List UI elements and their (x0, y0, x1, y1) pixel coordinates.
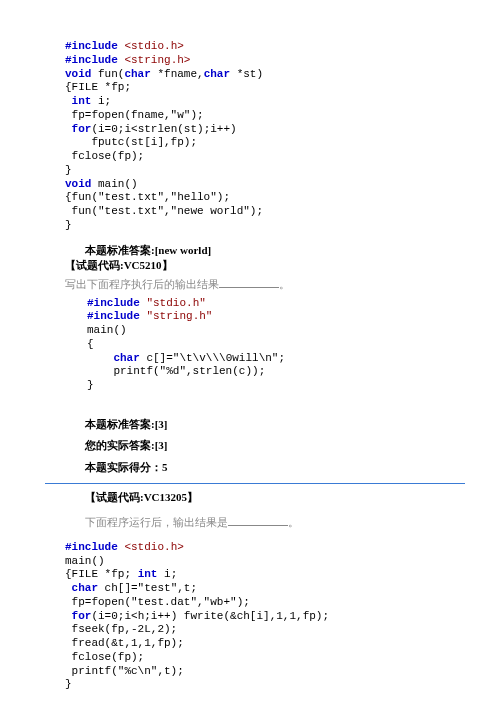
divider (45, 483, 465, 484)
code-line: main() (65, 555, 445, 569)
prompt-text: 下面程序运行后，输出结果是 (85, 516, 228, 528)
prompt-text: 写出下面程序执行后的输出结果 (65, 278, 219, 290)
label: 您的实际答案: (85, 439, 155, 451)
q2-score: 本题实际得分：5 (85, 460, 445, 475)
code-line: void main() (65, 178, 445, 192)
value: [new world] (155, 244, 212, 256)
value: 5 (162, 461, 168, 473)
code-line: #include <stdio.h> (65, 40, 445, 54)
code-line: fclose(fp); (65, 651, 445, 665)
document-page: #include <stdio.h>#include <string.h>voi… (0, 0, 500, 707)
code-line: int i; (65, 95, 445, 109)
code-line: {fun("test.txt","hello"); (65, 191, 445, 205)
code-line: fp=fopen(fname,"w"); (65, 109, 445, 123)
q3-prompt: 下面程序运行后，输出结果是。 (65, 515, 445, 530)
code-line: #include "string.h" (87, 310, 445, 324)
prompt-suffix: 。 (279, 278, 290, 290)
code-line: printf("%d",strlen(c)); (87, 365, 445, 379)
fill-blank (228, 516, 288, 527)
code-line: fputc(st[i],fp); (65, 136, 445, 150)
code-line: char ch[]="test",t; (65, 582, 445, 596)
q1-answers: 本题标准答案:[new world] (65, 243, 445, 258)
prompt-suffix: 。 (288, 516, 299, 528)
code-line: fread(&t,1,1,fp); (65, 637, 445, 651)
code-line: #include <stdio.h> (65, 541, 445, 555)
q2-answers: 本题标准答案:[3] 您的实际答案:[3] 本题实际得分：5 (65, 417, 445, 475)
code-line: for(i=0;i<strlen(st);i++) (65, 123, 445, 137)
code-line: } (87, 379, 445, 393)
q2-prompt: 写出下面程序执行后的输出结果。 (65, 277, 445, 292)
code-line: fclose(fp); (65, 150, 445, 164)
code-line: {FILE *fp; (65, 81, 445, 95)
code-line: char c[]="\t\v\\\0will\n"; (87, 352, 445, 366)
value: [3] (155, 439, 168, 451)
code-line: for(i=0;i<h;i++) fwrite(&ch[i],1,1,fp); (65, 610, 445, 624)
value: [3] (155, 418, 168, 430)
fill-blank (219, 277, 279, 288)
code-line: void fun(char *fname,char *st) (65, 68, 445, 82)
code-line: printf("%c\n",t); (65, 665, 445, 679)
q1-code-block: #include <stdio.h>#include <string.h>voi… (65, 40, 445, 233)
label: 本题标准答案: (85, 418, 155, 430)
q2-code-block: #include "stdio.h"#include "string.h"mai… (65, 297, 445, 393)
code-line: fun("test.txt","newe world"); (65, 205, 445, 219)
code-line: #include "stdio.h" (87, 297, 445, 311)
q1-question-id: 【试题代码:VC5210】 (65, 258, 445, 273)
q3-code-block: #include <stdio.h>main(){FILE *fp; int i… (65, 541, 445, 692)
code-line: #include <string.h> (65, 54, 445, 68)
code-line: } (65, 164, 445, 178)
code-line: } (65, 219, 445, 233)
code-line: } (65, 678, 445, 692)
q2-your-answer: 您的实际答案:[3] (85, 438, 445, 453)
code-line: {FILE *fp; int i; (65, 568, 445, 582)
q2-standard-answer: 本题标准答案:[3] (85, 417, 445, 432)
code-line: fseek(fp,-2L,2); (65, 623, 445, 637)
label: 本题标准答案: (85, 244, 155, 256)
q3-question-id: 【试题代码:VC13205】 (65, 490, 445, 505)
label: 本题实际得分： (85, 461, 162, 473)
code-line: main() (87, 324, 445, 338)
code-line: fp=fopen("test.dat","wb+"); (65, 596, 445, 610)
code-line: { (87, 338, 445, 352)
q1-standard-answer: 本题标准答案:[new world] (85, 243, 445, 258)
